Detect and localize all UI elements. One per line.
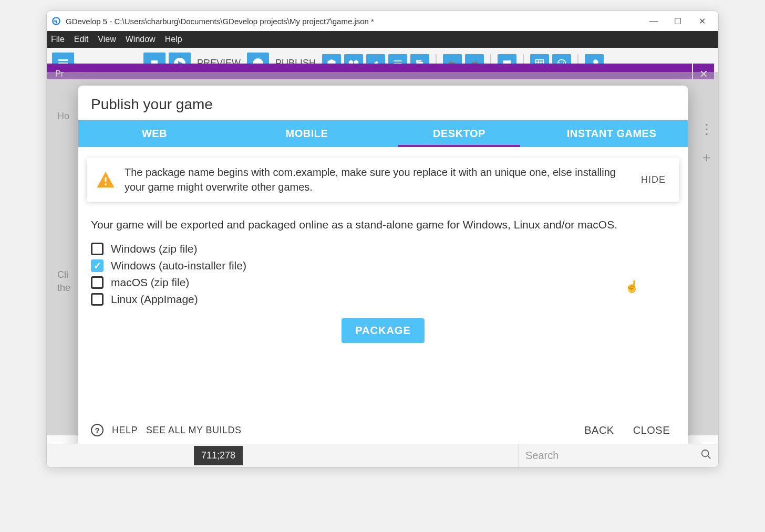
package-name-alert: The package name begins with com.example… xyxy=(87,158,679,202)
help-link[interactable]: HELP xyxy=(112,425,138,436)
coordinates-display: 711;278 xyxy=(194,446,243,465)
checkbox-label: Windows (zip file) xyxy=(111,243,198,255)
svg-rect-15 xyxy=(105,178,107,182)
maximize-button[interactable]: ☐ xyxy=(666,11,690,31)
checkbox-label: Windows (auto-installer file) xyxy=(111,259,246,272)
warning-icon xyxy=(96,170,115,189)
dialog-footer: ? HELP SEE ALL MY BUILDS BACK CLOSE xyxy=(78,416,688,448)
menu-window[interactable]: Window xyxy=(126,35,156,44)
menu-file[interactable]: File xyxy=(51,35,65,44)
checkbox-label: Linux (AppImage) xyxy=(111,293,198,306)
window-controls: — ☐ ✕ xyxy=(642,11,714,31)
menu-view[interactable]: View xyxy=(98,35,116,44)
svg-rect-16 xyxy=(105,184,107,185)
dialog-body: Your game will be exported and packaged … xyxy=(78,212,688,416)
checkbox-windows-installer[interactable] xyxy=(91,259,104,272)
svg-line-18 xyxy=(708,456,711,459)
close-window-button[interactable]: ✕ xyxy=(690,11,714,31)
option-macos-zip[interactable]: macOS (zip file) xyxy=(91,276,675,289)
publish-dialog: Publish your game WEB MOBILE DESKTOP INS… xyxy=(78,86,688,448)
svg-rect-7 xyxy=(394,60,402,61)
hide-button[interactable]: HIDE xyxy=(637,174,670,185)
search-icon[interactable] xyxy=(700,448,712,463)
option-linux-appimage[interactable]: Linux (AppImage) xyxy=(91,293,675,306)
window-title: GDevelop 5 - C:\Users\charburg\Documents… xyxy=(66,17,642,26)
svg-point-17 xyxy=(702,450,709,457)
minimize-button[interactable]: — xyxy=(642,11,666,31)
tab-mobile[interactable]: MOBILE xyxy=(231,120,383,147)
checkbox-label: macOS (zip file) xyxy=(111,276,189,289)
app-icon xyxy=(51,16,61,26)
option-windows-installer[interactable]: Windows (auto-installer file) xyxy=(91,259,675,272)
export-description: Your game will be exported and packaged … xyxy=(91,216,675,233)
package-button[interactable]: PACKAGE xyxy=(342,318,425,343)
search-input[interactable]: Search xyxy=(519,444,718,467)
statusbar: 711;278 Search xyxy=(47,444,718,467)
titlebar: GDevelop 5 - C:\Users\charburg\Documents… xyxy=(47,11,718,31)
tab-instant-games[interactable]: INSTANT GAMES xyxy=(535,120,688,147)
app-window: GDevelop 5 - C:\Users\charburg\Documents… xyxy=(46,11,719,467)
close-button[interactable]: CLOSE xyxy=(628,424,675,436)
alert-text: The package name begins with com.example… xyxy=(125,165,627,194)
menubar: File Edit View Window Help xyxy=(47,31,718,48)
menu-edit[interactable]: Edit xyxy=(74,35,89,44)
publish-tab-strip: WEB MOBILE DESKTOP INSTANT GAMES xyxy=(78,120,688,147)
dialog-title: Publish your game xyxy=(78,86,688,120)
option-windows-zip[interactable]: Windows (zip file) xyxy=(91,243,675,255)
menu-help[interactable]: Help xyxy=(165,35,182,44)
back-button[interactable]: BACK xyxy=(579,424,619,436)
tab-desktop[interactable]: DESKTOP xyxy=(383,120,535,147)
checkbox-windows-zip[interactable] xyxy=(91,243,104,255)
help-icon[interactable]: ? xyxy=(91,424,104,436)
checkbox-linux-appimage[interactable] xyxy=(91,293,104,306)
checkbox-macos-zip[interactable] xyxy=(91,276,104,289)
search-placeholder: Search xyxy=(525,450,559,462)
tab-web[interactable]: WEB xyxy=(78,120,231,147)
see-all-builds-link[interactable]: SEE ALL MY BUILDS xyxy=(146,425,242,436)
svg-rect-1 xyxy=(58,59,68,61)
